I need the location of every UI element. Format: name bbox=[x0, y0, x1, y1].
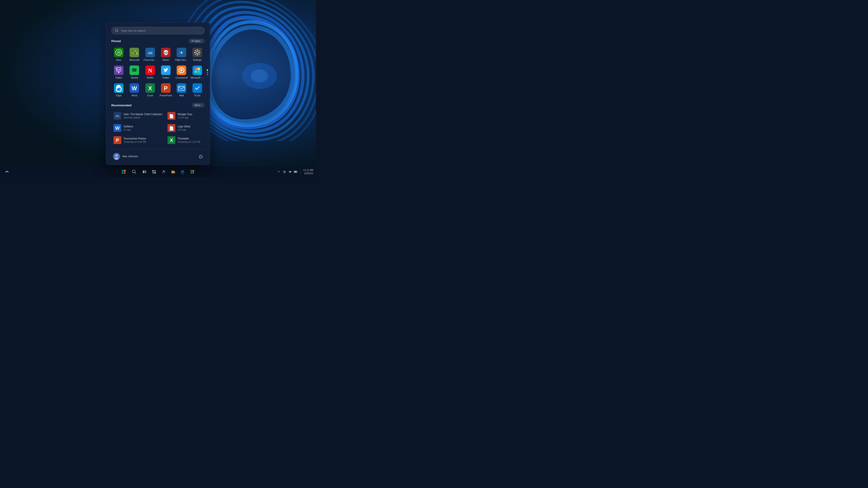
svg-rect-90 bbox=[192, 170, 194, 171]
rec-syllabus[interactable]: W Syllabus 2h ago bbox=[111, 122, 164, 134]
folder-icon bbox=[171, 170, 175, 174]
excel-icon: X bbox=[145, 83, 155, 93]
dot-1[interactable] bbox=[207, 69, 208, 71]
xbox-label: Xbox bbox=[116, 59, 122, 61]
app-doom[interactable]: 💀 Doom bbox=[158, 46, 173, 63]
store-icon bbox=[192, 65, 202, 75]
widgets-button[interactable] bbox=[150, 167, 158, 176]
svg-text:W: W bbox=[132, 85, 137, 92]
rec-wingtip[interactable]: 📄 Wingtip Toys 17min ago bbox=[165, 110, 205, 122]
netflix-label: Netflix bbox=[147, 76, 154, 79]
app-excel[interactable]: X Excel bbox=[143, 82, 158, 98]
edge-icon bbox=[114, 83, 123, 93]
clock[interactable]: 11:11 AM 10/20/21 bbox=[303, 168, 313, 175]
svg-text:🏎: 🏎 bbox=[148, 50, 153, 55]
svg-rect-75 bbox=[122, 170, 123, 171]
xbox-icon: ⬡✕ bbox=[114, 48, 123, 57]
app-xbox[interactable]: ⬡✕ Xbox bbox=[111, 46, 126, 63]
app-minecraft[interactable]: Minecraft bbox=[127, 46, 142, 63]
task-view-icon bbox=[142, 170, 147, 174]
search-bar[interactable] bbox=[111, 27, 205, 34]
word-icon: W bbox=[129, 83, 139, 93]
chevron-right-icon2: › bbox=[202, 104, 202, 106]
recommended-section-header: Recommended More › bbox=[111, 103, 205, 107]
app-todo[interactable]: To Do bbox=[190, 82, 205, 98]
twitter-icon bbox=[161, 65, 170, 75]
taskbar-search-button[interactable] bbox=[129, 167, 139, 176]
svg-text:P: P bbox=[116, 137, 119, 143]
edge-taskbar-icon bbox=[181, 170, 185, 174]
mail-label: Mail bbox=[179, 94, 184, 97]
app-netflix[interactable]: N Netflix bbox=[143, 64, 158, 81]
svg-text:💀: 💀 bbox=[163, 50, 169, 56]
app-flight[interactable]: ✈ Flight Simulator bbox=[174, 46, 189, 63]
svg-point-88 bbox=[164, 170, 165, 171]
svg-rect-85 bbox=[152, 172, 154, 173]
mail-icon bbox=[177, 83, 186, 93]
tray-chevron[interactable] bbox=[277, 170, 281, 174]
teams-button[interactable] bbox=[159, 167, 168, 176]
svg-point-93 bbox=[284, 173, 285, 173]
user-avatar bbox=[113, 153, 120, 160]
svg-rect-26 bbox=[199, 52, 200, 53]
chevron-up-tray[interactable] bbox=[3, 167, 11, 176]
twitch-icon bbox=[114, 65, 123, 75]
edge-taskbar-button[interactable] bbox=[178, 167, 187, 176]
recommended-grid: 🎮 Halo: The Master Chief Collection Rece… bbox=[111, 110, 205, 146]
all-apps-button[interactable]: All apps › bbox=[189, 39, 205, 43]
svg-text:📄: 📄 bbox=[169, 114, 174, 119]
svg-text:W: W bbox=[115, 125, 120, 131]
svg-text:X: X bbox=[170, 137, 173, 143]
teams-icon bbox=[161, 170, 166, 174]
battery-icon[interactable] bbox=[293, 170, 298, 174]
app-forza[interactable]: 🏎 Forza Horizon 4 bbox=[143, 46, 158, 63]
app-edge[interactable]: Edge bbox=[111, 82, 126, 98]
svg-rect-36 bbox=[129, 65, 139, 75]
app-mail[interactable]: Mail bbox=[174, 82, 189, 98]
svg-rect-77 bbox=[122, 172, 123, 174]
power-button[interactable] bbox=[197, 153, 205, 160]
search-input[interactable] bbox=[121, 29, 201, 32]
svg-text:N: N bbox=[148, 67, 152, 74]
rec-halo[interactable]: 🎮 Halo: The Master Chief Collection Rece… bbox=[111, 110, 164, 122]
app-settings[interactable]: Settings bbox=[190, 46, 205, 63]
app-twitch[interactable]: Twitch bbox=[111, 64, 126, 81]
app-twitter[interactable]: Twitter bbox=[158, 64, 173, 81]
volume-icon[interactable] bbox=[288, 170, 292, 174]
svg-rect-9 bbox=[132, 50, 134, 52]
rec-tournament[interactable]: P Tournament Photos Yesterday at 4:24 PM bbox=[111, 134, 164, 146]
halo-rec-name: Halo: The Master Chief Collection bbox=[123, 113, 162, 116]
logo-rec-icon: 📄 bbox=[167, 124, 175, 132]
app-crunchyroll[interactable]: Crunchyroll bbox=[174, 64, 189, 81]
dot-2[interactable] bbox=[207, 72, 208, 73]
app-word[interactable]: W Word bbox=[127, 82, 142, 98]
app-powerpoint[interactable]: P PowerPoint bbox=[158, 82, 173, 98]
svg-rect-48 bbox=[195, 70, 197, 73]
svg-rect-34 bbox=[119, 69, 120, 70]
timetable-rec-icon: X bbox=[167, 136, 175, 144]
search-taskbar-icon bbox=[132, 170, 136, 174]
file-explorer-button[interactable] bbox=[169, 167, 178, 176]
user-profile[interactable]: Alex Johnson bbox=[111, 152, 140, 161]
more-button[interactable]: More › bbox=[192, 103, 205, 107]
tournament-rec-icon: P bbox=[114, 136, 121, 144]
pinned-title: Pinned bbox=[111, 39, 121, 43]
flight-label: Flight Simulator bbox=[175, 59, 188, 61]
syllabus-rec-name: Syllabus bbox=[123, 125, 133, 128]
excel-label: Excel bbox=[147, 94, 153, 97]
rec-logo[interactable]: 📄 Logo Ideas 12h ago bbox=[165, 122, 205, 134]
app-store[interactable]: Microsoft Store bbox=[190, 64, 205, 81]
wifi-icon[interactable] bbox=[282, 170, 287, 174]
start-button[interactable] bbox=[119, 167, 128, 176]
dot-3[interactable] bbox=[207, 74, 208, 75]
wingtip-rec-time: 17min ago bbox=[178, 116, 192, 119]
chevron-right-icon: › bbox=[202, 40, 202, 42]
store-taskbar-button[interactable] bbox=[188, 167, 196, 176]
svg-rect-25 bbox=[194, 52, 195, 53]
svg-point-87 bbox=[163, 170, 164, 172]
svg-rect-78 bbox=[124, 172, 126, 174]
rec-timetable[interactable]: X Timetable Yesterday at 1:15 PM bbox=[165, 134, 205, 146]
app-spotify[interactable]: Spotify bbox=[127, 64, 142, 81]
task-view-button[interactable] bbox=[140, 167, 149, 176]
timetable-rec-time: Yesterday at 1:15 PM bbox=[178, 140, 200, 143]
